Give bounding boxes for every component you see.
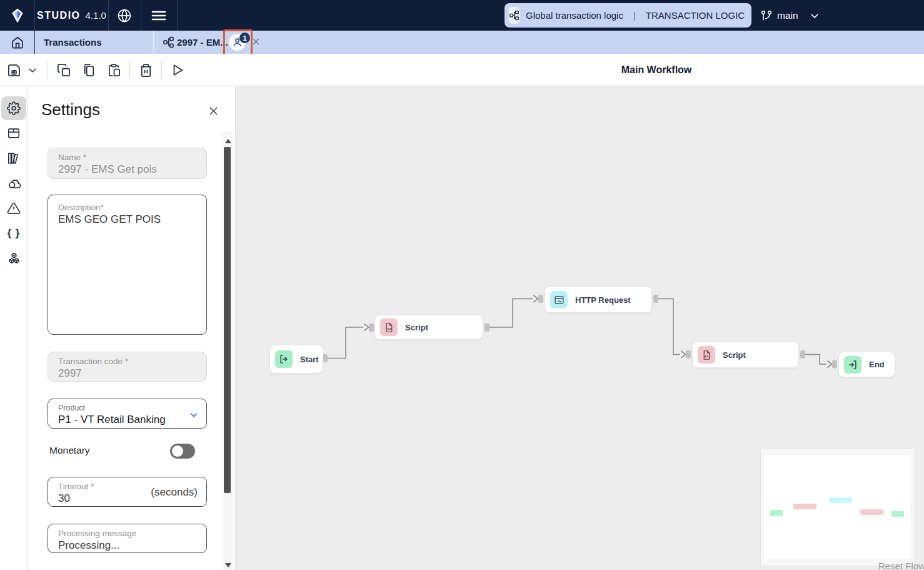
branch-selector[interactable]: main xyxy=(760,0,820,31)
tab-transaction-2997[interactable]: 2997 - EM... 1 xyxy=(154,31,267,54)
context-badge[interactable]: Global transaction logic | TRANSACTION L… xyxy=(505,3,751,28)
sidebar-item-components[interactable] xyxy=(1,121,26,145)
script-icon xyxy=(380,318,398,336)
paste-button[interactable] xyxy=(106,54,122,86)
node-http-request[interactable]: HTTP Request xyxy=(545,287,652,313)
save-button[interactable] xyxy=(5,54,23,86)
top-bar: STUDIO 4.1.0 xyxy=(0,0,924,31)
monetary-row: Monetary xyxy=(49,445,209,460)
field-value: Processing... xyxy=(58,539,196,552)
clouds-icon xyxy=(6,176,21,191)
chevron-down-icon xyxy=(27,64,38,76)
tool-sidebar: { } xyxy=(0,86,28,570)
paste-icon xyxy=(107,63,121,78)
branch-name: main xyxy=(777,10,798,21)
save-menu-button[interactable] xyxy=(25,54,40,86)
end-icon xyxy=(844,356,861,374)
node-script-2[interactable]: Script xyxy=(692,342,799,368)
save-icon xyxy=(7,63,21,78)
warning-icon xyxy=(7,201,21,215)
sidebar-item-code[interactable]: { } xyxy=(1,221,26,245)
field-label: Processing message xyxy=(58,529,196,538)
braces-icon: { } xyxy=(8,227,21,240)
monetary-label: Monetary xyxy=(49,445,90,455)
node-script-1[interactable]: Script xyxy=(374,315,483,340)
scroll-up-arrow[interactable] xyxy=(225,139,231,143)
divider xyxy=(48,61,48,79)
minimap-viewport xyxy=(764,455,910,559)
settings-panel: Settings Name * 2997 - EMS Get pois Desc… xyxy=(28,86,236,570)
reset-flow-button[interactable]: Reset Flow xyxy=(878,561,924,570)
start-icon xyxy=(275,350,293,368)
transaction-code-field[interactable]: Transaction code * 2997 xyxy=(48,352,207,382)
node-end[interactable]: End xyxy=(838,352,895,377)
gear-icon xyxy=(7,101,21,115)
field-value: 2997 xyxy=(58,367,196,380)
copy-button[interactable] xyxy=(56,54,72,86)
tab-label: Transactions xyxy=(44,37,102,48)
gem-icon xyxy=(9,8,26,24)
monetary-toggle[interactable] xyxy=(170,444,195,459)
workflow-icon xyxy=(163,36,174,48)
minimap-node-script xyxy=(860,509,883,515)
minimap-node-http xyxy=(829,497,852,503)
field-label: Description* xyxy=(58,203,196,212)
field-value: P1 - VT Retail Banking xyxy=(58,414,196,426)
sidebar-item-issues[interactable] xyxy=(1,196,26,220)
copy-icon xyxy=(57,63,71,78)
app-logo-icon[interactable] xyxy=(0,0,34,31)
field-label: Transaction code * xyxy=(58,357,196,366)
chevron-down-icon xyxy=(809,10,820,21)
brand-block: STUDIO 4.1.0 xyxy=(35,0,108,31)
context-separator: | xyxy=(633,10,636,21)
sidebar-item-environments[interactable] xyxy=(1,171,26,195)
timeout-field[interactable]: Timeout * 30 (seconds) xyxy=(48,477,207,507)
run-button[interactable] xyxy=(169,54,186,86)
workflow-title: Main Workflow xyxy=(588,54,725,86)
scrollbar-thumb[interactable] xyxy=(224,147,231,493)
node-label: HTTP Request xyxy=(575,295,631,305)
cubes-icon xyxy=(7,252,21,266)
duplicate-button[interactable] xyxy=(81,54,97,86)
field-label: Name * xyxy=(58,153,196,162)
studio-app: STUDIO 4.1.0 xyxy=(0,0,924,570)
scroll-down-arrow[interactable] xyxy=(225,563,231,567)
minimap-node-end xyxy=(891,511,904,517)
name-field[interactable]: Name * 2997 - EMS Get pois xyxy=(48,148,207,179)
field-value: 2997 - EMS Get pois xyxy=(58,163,196,176)
tab-label: 2997 - EM... xyxy=(177,37,228,48)
sidebar-item-library[interactable] xyxy=(1,146,26,170)
library-icon xyxy=(7,151,21,165)
product-select[interactable]: Product P1 - VT Retail Banking xyxy=(48,399,207,429)
close-tab-icon[interactable] xyxy=(251,37,261,46)
home-icon xyxy=(11,36,24,49)
chevron-down-icon xyxy=(189,410,199,420)
context-subtitle: TRANSACTION LOGIC xyxy=(646,10,745,21)
duplicate-icon xyxy=(82,63,96,78)
delete-button[interactable] xyxy=(138,54,154,86)
processing-message-field[interactable]: Processing message Processing... xyxy=(48,524,207,553)
run-icon xyxy=(171,63,184,77)
workflow-toolbar: Main Workflow xyxy=(0,54,924,86)
node-label: Script xyxy=(405,323,428,332)
package-icon xyxy=(7,126,21,140)
divider xyxy=(161,61,162,79)
node-label: End xyxy=(869,360,885,369)
sidebar-item-modules[interactable] xyxy=(1,247,26,270)
home-tab[interactable] xyxy=(0,31,34,54)
divider xyxy=(177,0,178,31)
toggle-knob xyxy=(172,445,183,457)
tab-transactions[interactable]: Transactions xyxy=(35,31,153,54)
hamburger-menu-icon[interactable] xyxy=(141,0,177,31)
minimap-node-start xyxy=(770,510,783,516)
sidebar-item-settings[interactable] xyxy=(1,96,26,120)
divider xyxy=(129,61,130,79)
description-field[interactable]: Description* EMS GEO GET POIS xyxy=(48,195,207,335)
context-title: Global transaction logic xyxy=(526,10,623,21)
globe-icon[interactable] xyxy=(108,0,141,31)
minimap-node-script xyxy=(793,504,816,509)
node-start[interactable]: Start xyxy=(269,345,323,374)
minimap[interactable] xyxy=(761,449,915,566)
close-panel-icon[interactable] xyxy=(208,105,219,117)
timeout-unit: (seconds) xyxy=(151,486,198,499)
